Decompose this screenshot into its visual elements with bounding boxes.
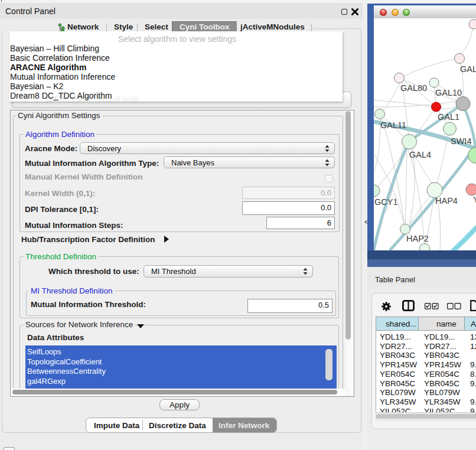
- svg-text:GAL1: GAL1: [438, 112, 459, 122]
- svg-text:GAL10: GAL10: [435, 88, 462, 97]
- svg-text:Y: Y: [473, 195, 476, 204]
- svg-text:GAL: GAL: [460, 64, 476, 74]
- svg-text:HAP2: HAP2: [406, 234, 429, 243]
- svg-text:GAL11: GAL11: [380, 120, 406, 130]
- svg-text:HAP4: HAP4: [435, 196, 458, 206]
- svg-text:GCY1: GCY1: [374, 197, 398, 207]
- svg-text:GAL80: GAL80: [400, 83, 427, 93]
- svg-text:GAL4: GAL4: [409, 150, 431, 159]
- svg-text:SWI4: SWI4: [451, 136, 471, 146]
